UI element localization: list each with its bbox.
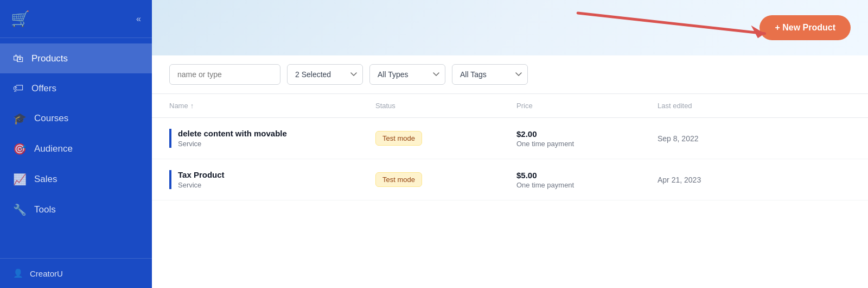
product-price-cell: $2.00 One time payment [516, 129, 658, 148]
sort-icon: ↑ [190, 102, 194, 110]
sidebar-item-tools-label: Tools [34, 204, 56, 215]
product-type: Service [178, 140, 375, 148]
status-badge: Test mode [375, 131, 422, 146]
col-status: Status [375, 102, 516, 110]
filters-bar: 2 Selected All Types All Tags [152, 55, 868, 94]
sidebar-nav: 🛍 Products 🏷 Offers 🎓 Courses 🎯 Audience… [0, 38, 152, 258]
search-input[interactable] [169, 64, 280, 85]
price-main: $5.00 [516, 171, 658, 180]
arrow-annotation [564, 3, 792, 46]
sidebar-item-courses[interactable]: 🎓 Courses [0, 103, 152, 134]
types-filter[interactable]: All Types [369, 64, 445, 85]
product-name: delete content with movable [178, 129, 375, 138]
table-row[interactable]: delete content with movable Service Test… [152, 118, 868, 159]
sales-icon: 📈 [13, 173, 27, 186]
sidebar-item-offers-label: Offers [31, 83, 56, 94]
main-content: + New Product 2 Selected All Types All T… [152, 0, 868, 288]
svg-line-0 [578, 13, 764, 34]
last-edited: Sep 8, 2022 [658, 134, 851, 143]
sidebar-item-courses-label: Courses [34, 113, 68, 124]
sidebar-footer[interactable]: 👤 CreatorU [0, 258, 152, 288]
product-name-cell: delete content with movable Service [169, 129, 375, 148]
tools-icon: 🔧 [13, 203, 27, 216]
last-edited: Apr 21, 2023 [658, 176, 851, 184]
tags-filter[interactable]: All Tags [452, 64, 528, 85]
price-type: One time payment [516, 181, 658, 189]
audience-icon: 🎯 [13, 142, 27, 155]
table-row[interactable]: Tax Product Service Test mode $5.00 One … [152, 159, 868, 201]
col-last-edited: Last edited [658, 102, 851, 110]
sidebar-item-products[interactable]: 🛍 Products [0, 43, 152, 73]
product-status-cell: Test mode [375, 131, 516, 146]
status-badge: Test mode [375, 172, 422, 187]
table-header: Name ↑ Status Price Last edited [152, 94, 868, 118]
user-avatar-icon: 👤 [13, 268, 23, 278]
price-type: One time payment [516, 140, 658, 148]
col-name: Name ↑ [169, 102, 375, 110]
sidebar-item-sales[interactable]: 📈 Sales [0, 164, 152, 195]
product-type: Service [178, 181, 375, 189]
app-logo: 🛒 [11, 10, 30, 28]
sidebar-item-offers[interactable]: 🏷 Offers [0, 73, 152, 103]
sidebar-item-tools[interactable]: 🔧 Tools [0, 195, 152, 225]
sidebar-collapse-button[interactable]: « [136, 14, 141, 24]
courses-icon: 🎓 [13, 112, 27, 125]
sidebar-item-audience[interactable]: 🎯 Audience [0, 134, 152, 164]
sidebar-footer-label: CreatorU [30, 269, 63, 278]
product-price-cell: $5.00 One time payment [516, 171, 658, 189]
new-product-button[interactable]: + New Product [760, 15, 851, 40]
topbar: + New Product [152, 0, 868, 55]
offers-icon: 🏷 [13, 82, 24, 95]
products-table: Name ↑ Status Price Last edited delete c… [152, 94, 868, 288]
product-name: Tax Product [178, 170, 375, 179]
sidebar-item-products-label: Products [31, 53, 68, 64]
selected-filter[interactable]: 2 Selected [287, 64, 363, 85]
sidebar: 🛒 « 🛍 Products 🏷 Offers 🎓 Courses 🎯 Audi… [0, 0, 152, 288]
products-icon: 🛍 [13, 52, 24, 65]
sidebar-item-audience-label: Audience [34, 143, 73, 154]
sidebar-item-sales-label: Sales [34, 174, 58, 185]
sidebar-header: 🛒 « [0, 0, 152, 38]
product-status-cell: Test mode [375, 172, 516, 187]
col-price: Price [516, 102, 658, 110]
price-main: $2.00 [516, 129, 658, 139]
product-name-cell: Tax Product Service [169, 170, 375, 189]
